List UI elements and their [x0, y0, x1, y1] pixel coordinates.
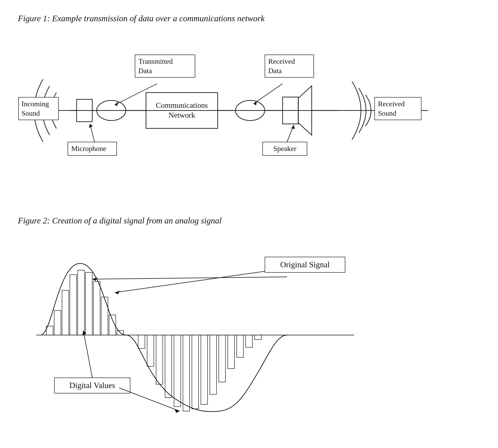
svg-line-50 — [92, 277, 287, 279]
svg-line-6 — [115, 84, 157, 105]
svg-rect-43 — [219, 335, 225, 382]
figure1-title-text: Figure 1: Example transmission of data o… — [18, 14, 480, 23]
original-signal-label: Original Signal — [265, 257, 345, 273]
received-data-label: ReceivedData — [265, 55, 314, 78]
digital-values-label: Digital Values — [54, 378, 130, 393]
svg-marker-49 — [115, 291, 120, 294]
svg-line-52 — [83, 331, 92, 378]
svg-rect-36 — [156, 335, 163, 384]
speaker-label: Speaker — [262, 142, 307, 156]
transmitted-data-label: TransmittedData — [135, 55, 195, 78]
figure2-container: Original Signal Digital Values — [18, 234, 480, 418]
svg-rect-38 — [174, 335, 181, 407]
svg-line-54 — [119, 388, 180, 411]
svg-marker-21 — [291, 125, 295, 129]
svg-rect-30 — [93, 281, 100, 335]
svg-rect-40 — [192, 335, 199, 409]
svg-rect-31 — [101, 297, 108, 335]
received-sound-label: ReceivedSound — [374, 97, 421, 120]
svg-marker-7 — [115, 102, 118, 106]
svg-rect-39 — [183, 335, 190, 411]
svg-rect-27 — [70, 275, 77, 335]
svg-text:Network: Network — [169, 111, 195, 119]
svg-rect-42 — [210, 335, 217, 394]
figure2-title-text: Figure 2: Creation of a digital signal f… — [18, 216, 480, 225]
svg-rect-37 — [165, 335, 172, 398]
incoming-sound-label: IncomingSound — [18, 97, 59, 120]
svg-rect-26 — [62, 290, 69, 335]
svg-line-16 — [254, 84, 283, 104]
svg-rect-45 — [237, 335, 243, 357]
svg-rect-47 — [255, 335, 261, 339]
svg-rect-35 — [147, 335, 154, 366]
svg-rect-28 — [78, 270, 85, 335]
svg-rect-34 — [138, 335, 145, 349]
svg-rect-46 — [246, 335, 252, 347]
svg-rect-41 — [201, 335, 207, 404]
svg-marker-55 — [175, 409, 180, 413]
svg-line-48 — [115, 271, 265, 292]
svg-rect-25 — [54, 310, 61, 335]
svg-rect-29 — [86, 272, 92, 335]
microphone-label: Microphone — [68, 142, 117, 156]
svg-text:Communications: Communications — [156, 101, 208, 109]
figure1-container: IncomingSound TransmittedData Microphone… — [18, 32, 480, 189]
svg-rect-44 — [228, 335, 234, 368]
